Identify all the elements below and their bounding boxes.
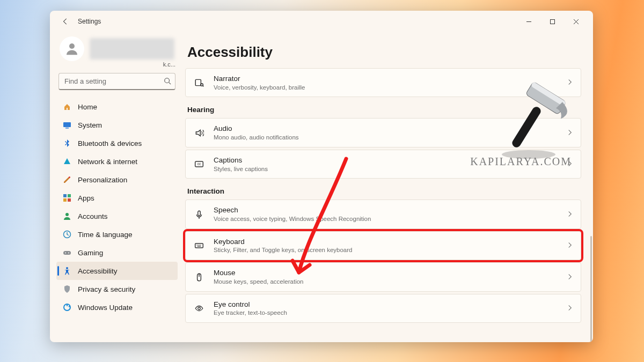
- minimize-button[interactable]: [517, 13, 540, 29]
- sidebar-item-label: Gaming: [78, 249, 103, 257]
- setting-subtitle: Styles, live captions: [214, 165, 558, 173]
- close-icon: [573, 19, 579, 25]
- sidebar-item-label: System: [78, 121, 102, 129]
- arrow-left-icon: [62, 18, 69, 25]
- apps-icon: [63, 194, 71, 202]
- section-label: Interaction: [187, 187, 581, 195]
- sidebar-item-time-language[interactable]: Time & language: [56, 225, 178, 243]
- sidebar: k.c... HomeSystemBluetooth & devicesNetw…: [50, 32, 183, 342]
- chevron-right-icon: [567, 304, 573, 313]
- sidebar-item-label: Privacy & security: [78, 285, 135, 293]
- chevron-right-icon: [567, 159, 573, 169]
- svg-rect-8: [63, 198, 67, 202]
- person-icon: [64, 41, 80, 57]
- section-label: Hearing: [187, 106, 581, 114]
- back-button[interactable]: [58, 14, 72, 28]
- privacy-icon: [63, 285, 71, 293]
- bluetooth-icon: [63, 139, 71, 147]
- svg-rect-3: [63, 122, 71, 127]
- svg-point-15: [66, 267, 68, 269]
- search-icon: [164, 77, 171, 87]
- sidebar-item-label: Network & internet: [78, 158, 137, 166]
- svg-rect-17: [195, 80, 201, 86]
- svg-point-24: [198, 307, 201, 310]
- chevron-right-icon: [567, 272, 573, 282]
- app-title: Settings: [78, 18, 101, 25]
- svg-rect-21: [198, 211, 201, 216]
- avatar: [60, 36, 84, 61]
- svg-rect-12: [63, 251, 71, 255]
- user-name-blurred: [90, 38, 174, 60]
- setting-subtitle: Sticky, Filter, and Toggle keys, on-scre…: [214, 246, 558, 254]
- sidebar-item-label: Time & language: [78, 231, 133, 239]
- setting-row-speech[interactable]: SpeechVoice access, voice typing, Window…: [185, 200, 581, 228]
- minimize-icon: [526, 19, 532, 25]
- maximize-icon: [550, 19, 555, 25]
- setting-subtitle: Voice, verbosity, keyboard, braille: [214, 84, 558, 92]
- svg-point-1: [69, 43, 75, 49]
- setting-title: Speech: [214, 205, 558, 215]
- setting-row-keyboard[interactable]: KeyboardSticky, Filter, and Toggle keys,…: [185, 231, 581, 260]
- setting-row-narrator[interactable]: NarratorVoice, verbosity, keyboard, brai…: [185, 68, 581, 97]
- svg-rect-4: [65, 128, 69, 129]
- setting-title: Keyboard: [214, 237, 558, 247]
- audio-icon: [193, 128, 205, 138]
- sidebar-item-windows-update[interactable]: Windows Update: [56, 298, 178, 316]
- svg-point-10: [65, 213, 69, 216]
- system-icon: [63, 121, 71, 129]
- sidebar-item-network-internet[interactable]: Network & internet: [56, 152, 178, 171]
- setting-subtitle: Mono audio, audio notifications: [214, 134, 558, 142]
- search-input[interactable]: [58, 73, 175, 90]
- time-icon: [63, 230, 71, 239]
- setting-row-captions[interactable]: ccCaptionsStyles, live captions: [185, 150, 581, 179]
- scrollbar[interactable]: [590, 236, 592, 342]
- sidebar-item-system[interactable]: System: [56, 116, 178, 134]
- sidebar-item-label: Accessibility: [78, 267, 118, 275]
- sidebar-item-accounts[interactable]: Accounts: [56, 207, 178, 225]
- page-title: Accessibility: [187, 44, 581, 61]
- svg-rect-7: [68, 194, 71, 197]
- sidebar-item-home[interactable]: Home: [56, 98, 178, 116]
- mouse-icon: [193, 272, 205, 282]
- sidebar-item-label: Personalization: [78, 176, 127, 184]
- network-icon: [63, 157, 71, 166]
- personalization-icon: [63, 175, 71, 184]
- close-button[interactable]: [564, 13, 588, 29]
- sidebar-item-bluetooth-devices[interactable]: Bluetooth & devices: [56, 134, 178, 152]
- setting-title: Captions: [214, 156, 558, 165]
- sidebar-item-label: Apps: [78, 194, 94, 202]
- setting-title: Audio: [214, 124, 558, 134]
- svg-rect-22: [195, 243, 203, 248]
- home-icon: [63, 102, 71, 111]
- setting-row-audio[interactable]: AudioMono audio, audio notifications: [185, 118, 581, 147]
- user-email-fragment: k.c...: [56, 61, 175, 68]
- setting-subtitle: Voice access, voice typing, Windows Spee…: [214, 215, 558, 223]
- sidebar-item-privacy-security[interactable]: Privacy & security: [56, 280, 178, 298]
- eye-icon: [193, 304, 205, 313]
- sidebar-item-accessibility[interactable]: Accessibility: [56, 262, 178, 280]
- svg-rect-0: [550, 19, 554, 24]
- sidebar-item-gaming[interactable]: Gaming: [56, 243, 178, 262]
- sidebar-item-apps[interactable]: Apps: [56, 189, 178, 207]
- main-content: Accessibility NarratorVoice, verbosity, …: [183, 32, 593, 342]
- settings-window: Settings k.c...: [50, 11, 593, 342]
- setting-row-eyecontrol[interactable]: Eye controlEye tracker, text-to-speech: [185, 294, 581, 323]
- svg-point-5: [69, 176, 70, 178]
- sidebar-item-label: Windows Update: [78, 304, 133, 312]
- narrator-icon: [193, 78, 205, 87]
- speech-icon: [193, 210, 205, 219]
- update-icon: [63, 303, 71, 312]
- sidebar-item-label: Accounts: [78, 212, 108, 220]
- chevron-right-icon: [567, 128, 573, 138]
- svg-point-2: [165, 78, 170, 83]
- setting-title: Eye control: [214, 300, 558, 309]
- chevron-right-icon: [567, 78, 573, 87]
- sidebar-item-personalization[interactable]: Personalization: [56, 171, 178, 189]
- setting-title: Mouse: [214, 268, 558, 278]
- chevron-right-icon: [567, 241, 573, 250]
- sidebar-nav: HomeSystemBluetooth & devicesNetwork & i…: [56, 98, 178, 316]
- chevron-right-icon: [567, 210, 573, 219]
- setting-row-mouse[interactable]: MouseMouse keys, speed, acceleration: [185, 262, 581, 291]
- svg-point-18: [201, 84, 203, 86]
- maximize-button[interactable]: [540, 13, 564, 29]
